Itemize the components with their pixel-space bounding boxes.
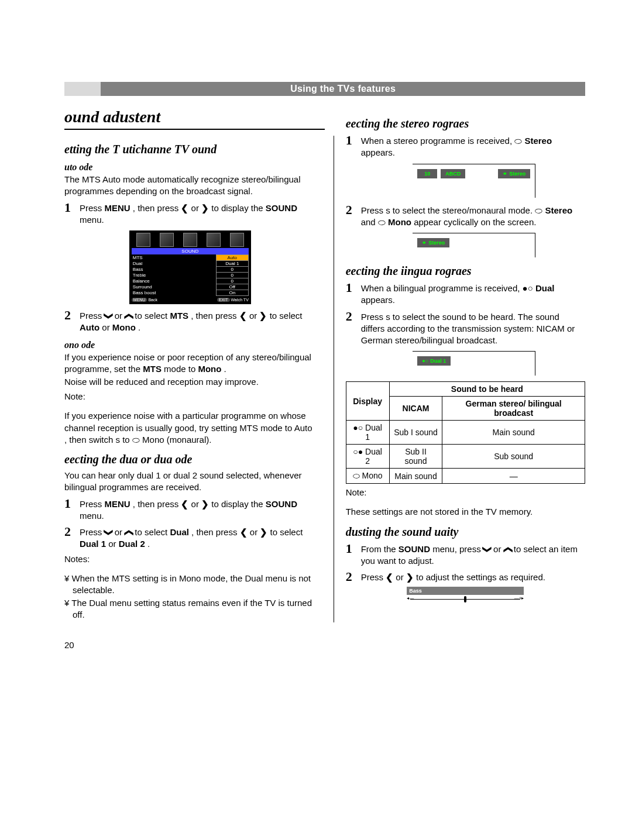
osd-row-value: 0: [216, 267, 248, 273]
t: menu.: [80, 511, 104, 521]
osd-back-btn: MENU: [132, 298, 147, 302]
stereo-label: Stereo: [545, 205, 572, 215]
td: —: [442, 469, 585, 484]
osd-icon: [207, 233, 221, 247]
down-icon: ❯: [481, 545, 493, 553]
t: or: [393, 572, 406, 582]
osd-row-value: 0: [216, 278, 248, 284]
osd-table: MTSAuto DualDual 1 Bass0 Treble0 Balance…: [132, 254, 249, 296]
left-icon: ❮: [181, 203, 188, 213]
slider-left-arrow-icon: ◂—: [407, 595, 414, 601]
t: Press: [80, 499, 105, 509]
bullet-2: ¥ The Dual menu setting status remains e…: [64, 597, 316, 621]
step-number: 1: [346, 281, 356, 307]
notes-label: Notes:: [64, 554, 316, 564]
slider-right-arrow-icon: —+▸: [514, 595, 524, 601]
left-icon: ❮: [239, 311, 247, 321]
osd-row-label: Bass boost: [132, 290, 217, 296]
osd-exit-label: Watch TV: [231, 298, 248, 302]
t: , then press: [130, 203, 181, 213]
stereo-step-1: 1 When a stereo programme is received, ⬭…: [346, 134, 585, 159]
step-number: 2: [346, 310, 356, 347]
mts-label: MTS: [143, 364, 162, 374]
th-german: German stereo/ bilingual broadcast: [442, 397, 585, 421]
tv-snippet-2: ⚭ Stereo: [363, 233, 585, 257]
bullet-1: ¥ When the MTS setting is in Mono mode, …: [64, 573, 316, 597]
stereo-icon: ⚭: [422, 240, 427, 246]
mono-note-body: If you experience noise with a particula…: [64, 410, 316, 446]
t: When a bilingual programme is received, …: [361, 283, 535, 293]
slider-track: ◂— —+▸: [407, 595, 524, 603]
osd-row-value: On: [216, 290, 248, 296]
left-column: etting the T utichanne TV ound uto ode T…: [64, 136, 316, 622]
heading-multichannel: etting the T utichanne TV ound: [64, 143, 316, 156]
right-icon: ❯: [406, 572, 414, 582]
t: appear cyclically on the screen.: [411, 217, 536, 227]
osd-row-label: Surround: [132, 284, 217, 290]
td: Main sound: [389, 469, 442, 484]
quality-step-2: 2 Press ❮ or ❯ to adjust the settings as…: [346, 570, 585, 583]
chip-name: ABCD: [441, 169, 465, 178]
osd-row-value: Off: [216, 284, 248, 290]
bilingual-step-2: 2 Press s to select the sound to be hear…: [346, 310, 585, 347]
t: or: [106, 539, 119, 549]
mono-label: Mono: [112, 322, 136, 332]
mono-body-1: If you experience noise or poor receptio…: [64, 352, 316, 376]
step-number: 2: [346, 204, 356, 229]
t: or: [188, 203, 201, 213]
chip-stereo: ⚭ Stereo: [498, 169, 530, 178]
td: Sub II sound: [389, 445, 442, 469]
t: .: [221, 364, 226, 374]
sound-label: SOUND: [399, 544, 430, 554]
t: Press: [80, 311, 105, 321]
left-icon: ❮: [386, 572, 393, 582]
t: Press: [80, 527, 105, 537]
step-number: 1: [64, 497, 75, 522]
t: Press s to select the stereo/monaural mo…: [361, 205, 545, 215]
chip-stereo: ⚭ Stereo: [417, 238, 449, 247]
menu-label: MENU: [105, 203, 130, 213]
page-title: ound adustent: [64, 108, 325, 130]
auto-step-1: 1 Press MENU , then press ❮ or ❯ to disp…: [64, 201, 316, 226]
down-icon: ❯: [102, 312, 114, 320]
t: .: [145, 539, 150, 549]
up-icon: ❯: [123, 529, 135, 536]
tv-snippet-1: 10 ABCD ⚭ Stereo: [363, 164, 585, 198]
t: and ⬭: [361, 217, 388, 227]
osd-row-value: Auto: [216, 255, 248, 261]
bilingual-step-1: 1 When a bilingual programme is received…: [346, 281, 585, 307]
t: to select: [267, 527, 303, 537]
auto-label: Auto: [80, 322, 99, 332]
t: mode to: [162, 364, 198, 374]
t: or: [99, 322, 112, 332]
t: to adjust the settings as required.: [414, 572, 545, 582]
two-column-layout: etting the T utichanne TV ound uto ode T…: [64, 136, 585, 622]
t: Stereo: [509, 171, 525, 177]
mono-label: Mono: [388, 217, 411, 227]
t: Stereo: [428, 240, 445, 246]
heading-auto-mode: uto ode: [64, 162, 316, 173]
quality-step-1: 1 From the SOUND menu, press ❯ or ❯ to s…: [346, 542, 585, 567]
osd-exit-btn: EXIT: [217, 298, 230, 302]
osd-title: SOUND: [132, 248, 249, 254]
mono-body-2: Noise will be reduced and reception may …: [64, 376, 316, 388]
t: to display the: [209, 203, 266, 213]
up-icon: ❯: [123, 312, 135, 320]
t: , then press: [188, 311, 239, 321]
t: Dual 1: [430, 358, 446, 364]
t: to select: [267, 311, 302, 321]
td: ⬭ Mono: [346, 469, 389, 484]
t: Press: [80, 203, 105, 213]
t: or: [247, 311, 260, 321]
dual2-label: Dual 2: [119, 539, 145, 549]
bass-slider-graphic: Bass ◂— —+▸: [407, 587, 524, 603]
note-label: Note:: [64, 391, 316, 401]
right-icon: ❯: [201, 203, 209, 213]
stereo-step-2: 2 Press s to select the stereo/monaural …: [346, 204, 585, 229]
osd-icon: [230, 233, 244, 247]
t: to select: [132, 311, 170, 321]
td: Sub sound: [442, 445, 585, 469]
td: ○● Dual 2: [346, 445, 389, 469]
t: , then press: [189, 527, 240, 537]
tv-snippet-3: ●○ Dual 1: [363, 351, 585, 376]
